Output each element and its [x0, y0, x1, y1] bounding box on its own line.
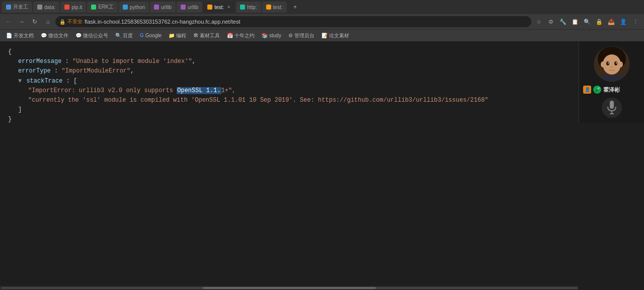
- bookmark-9[interactable]: 📚 study: [259, 32, 284, 39]
- home-icon: ⌂: [46, 18, 49, 25]
- bookmark-icon-1: 📄: [6, 33, 12, 38]
- openssl-highlight: OpenSSL 1.1.: [177, 87, 221, 94]
- bookmark-7[interactable]: 🛠 素材工具: [190, 31, 223, 40]
- svg-rect-10: [610, 101, 614, 109]
- nav-bar: ← → ↻ ⌂ 🔒 不安全 flask.in-school.1258365303…: [0, 14, 644, 29]
- browser-menu-button[interactable]: ⋮: [630, 16, 641, 27]
- collapse-arrow[interactable]: ▼: [18, 78, 22, 85]
- security-label: 不安全: [67, 18, 83, 25]
- lock-icon: 🔒: [59, 19, 65, 25]
- bookmark-icon-6: 📁: [169, 33, 175, 38]
- json-stack-line-1: "ImportError: urllib3 v2.0 only supports…: [8, 86, 636, 96]
- scrollbar-thumb[interactable]: [203, 287, 376, 289]
- extension-btn-5[interactable]: 🔒: [594, 16, 605, 27]
- mic-large-icon: [606, 101, 618, 115]
- bookmark-icon-2: 💬: [41, 33, 47, 38]
- bookmark-1[interactable]: 📄 开发文档: [3, 31, 37, 40]
- forward-icon: →: [19, 18, 25, 25]
- svg-point-5: [608, 62, 609, 63]
- extension-btn-3[interactable]: 📋: [570, 16, 581, 27]
- scrollbar-area: [0, 286, 579, 290]
- microphone-button[interactable]: [602, 98, 622, 118]
- bookmark-8[interactable]: 📅 十年之约: [224, 31, 258, 40]
- svg-point-2: [603, 54, 621, 75]
- extension-btn-1[interactable]: ⚙: [545, 16, 556, 27]
- json-line-close: }: [8, 115, 636, 124]
- bookmark-10[interactable]: ⚙ 管理后台: [285, 31, 317, 40]
- browser-chrome: 开发工 data: pip.it ERK工 python urllib urll…: [0, 0, 644, 41]
- star-button[interactable]: ☆: [533, 16, 544, 27]
- user-menu-button[interactable]: 👤: [618, 16, 629, 27]
- bookmark-5[interactable]: G Google: [137, 32, 165, 39]
- tab-8-active[interactable]: test: ✕: [203, 2, 235, 13]
- json-error-type: errorType : "ImportModuleError",: [8, 66, 636, 76]
- bookmark-6[interactable]: 📁 编程: [166, 31, 189, 40]
- json-error-message: errorMessage : "Unable to import module …: [8, 57, 636, 66]
- svg-point-8: [601, 61, 605, 67]
- mic-status-icon: 🎤: [593, 86, 601, 94]
- avatar-image: [594, 46, 629, 82]
- refresh-button[interactable]: ↻: [29, 16, 40, 27]
- json-stack-trace-key: ▼ stackTrace : [: [8, 77, 636, 86]
- extension-btn-6[interactable]: 📥: [606, 16, 617, 27]
- bookmark-icon-9: 📚: [262, 33, 268, 38]
- tab-3[interactable]: pip.it: [60, 2, 86, 13]
- tab-close-8[interactable]: ✕: [227, 5, 231, 10]
- user-avatar: [594, 46, 629, 82]
- bookmark-icon-3: 💬: [75, 33, 82, 38]
- tab-10[interactable]: test:: [262, 2, 287, 13]
- bookmark-4[interactable]: 🔍 百度: [112, 31, 136, 40]
- tab-7[interactable]: urllib: [177, 2, 202, 13]
- bookmark-icon-10: ⚙: [288, 33, 293, 38]
- tab-4[interactable]: ERK工: [87, 2, 118, 13]
- bookmark-icon-5: G: [140, 33, 144, 38]
- content-area: { errorMessage : "Unable to import modul…: [0, 41, 644, 290]
- bookmark-icon-7: 🛠: [193, 33, 198, 38]
- svg-point-3: [606, 61, 609, 65]
- user-info-bar: 👤 🎤 霍泽彬: [583, 86, 640, 94]
- tab-bar: 开发工 data: pip.it ERK工 python urllib urll…: [0, 0, 644, 14]
- user-status-icon: 👤: [583, 86, 591, 94]
- bookmark-11[interactable]: 📝 论文素材: [318, 31, 352, 40]
- svg-point-9: [619, 61, 623, 67]
- bookmark-icon-11: 📝: [321, 33, 328, 38]
- refresh-icon: ↻: [32, 18, 37, 25]
- bookmark-2[interactable]: 💬 微信文件: [38, 31, 71, 40]
- overlay-panel: 👤 🎤 霍泽彬: [579, 41, 644, 123]
- new-tab-button[interactable]: +: [290, 2, 301, 13]
- bookmark-icon-4: 🔍: [115, 33, 121, 38]
- forward-button[interactable]: →: [16, 16, 27, 27]
- json-line-open: {: [8, 47, 636, 57]
- horizontal-scrollbar[interactable]: [1, 287, 578, 289]
- tab-9[interactable]: http:: [236, 2, 261, 13]
- svg-point-6: [616, 62, 617, 63]
- svg-point-4: [614, 61, 617, 65]
- extension-btn-2[interactable]: 🔧: [557, 16, 569, 27]
- json-array-close: ]: [8, 105, 636, 115]
- tab-6[interactable]: urllib: [150, 2, 176, 13]
- extension-btn-4[interactable]: 🔍: [582, 16, 593, 27]
- bookmark-3[interactable]: 💬 微信公众号: [72, 31, 111, 40]
- bookmark-icon-8: 📅: [227, 33, 233, 38]
- nav-actions: ☆ ⚙ 🔧 📋 🔍 🔒 📥 👤 ⋮: [533, 16, 641, 27]
- tab-2[interactable]: data:: [33, 2, 59, 13]
- tab-1[interactable]: 开发工: [2, 2, 32, 13]
- json-display: { errorMessage : "Unable to import modul…: [0, 41, 644, 290]
- address-bar[interactable]: 🔒 不安全 flask.in-school.1258365303153762.c…: [55, 16, 531, 27]
- json-stack-line-2: "currently the 'ssl' module is compiled …: [8, 96, 636, 105]
- address-text: flask.in-school.1258365303153762.cn-hang…: [85, 19, 527, 25]
- bookmarks-bar: 📄 开发文档 💬 微信文件 💬 微信公众号 🔍 百度 G Google 📁 编程…: [0, 29, 644, 41]
- tab-5[interactable]: python: [119, 2, 149, 13]
- back-icon: ←: [6, 18, 12, 25]
- back-button[interactable]: ←: [3, 16, 14, 27]
- user-name: 霍泽彬: [603, 86, 620, 94]
- svg-point-7: [611, 66, 612, 67]
- home-button[interactable]: ⌂: [42, 16, 53, 27]
